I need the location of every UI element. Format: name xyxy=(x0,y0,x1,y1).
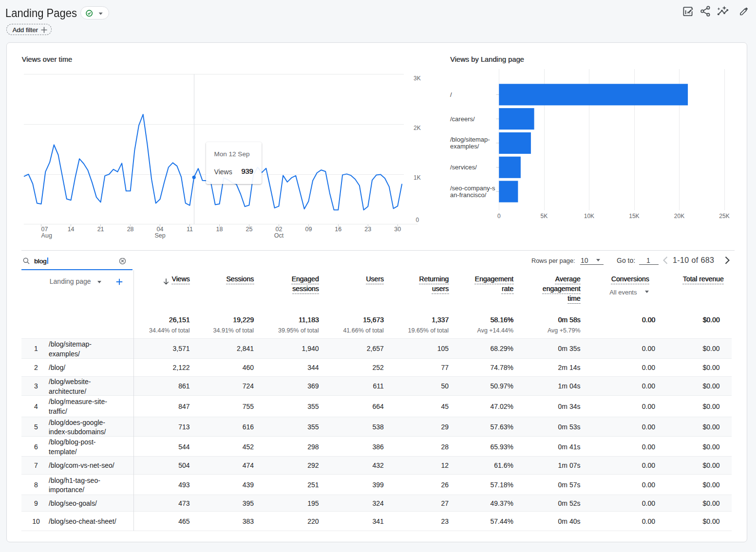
svg-text:an-francisco/: an-francisco/ xyxy=(450,191,487,199)
svg-text:16: 16 xyxy=(335,226,341,233)
svg-text:14: 14 xyxy=(68,226,75,233)
svg-text:04: 04 xyxy=(157,226,164,233)
svg-text:0: 0 xyxy=(416,217,419,223)
svg-text:Sep: Sep xyxy=(154,232,165,239)
svg-text:30: 30 xyxy=(394,226,401,233)
svg-text:0: 0 xyxy=(497,213,501,220)
svg-text:07: 07 xyxy=(41,226,48,233)
svg-text:1K: 1K xyxy=(414,174,421,181)
svg-text:02: 02 xyxy=(275,226,282,233)
svg-text:23: 23 xyxy=(364,226,371,233)
svg-text:25K: 25K xyxy=(719,213,729,220)
svg-text:/seo-company-s: /seo-company-s xyxy=(450,184,495,192)
svg-text:5K: 5K xyxy=(540,213,548,220)
svg-text:11: 11 xyxy=(187,226,193,233)
svg-text:28: 28 xyxy=(127,226,134,233)
svg-text:15K: 15K xyxy=(629,213,639,220)
svg-text:25: 25 xyxy=(246,226,252,233)
svg-text:Oct: Oct xyxy=(274,232,284,239)
svg-text:/: / xyxy=(450,91,452,98)
svg-text:/services/: /services/ xyxy=(450,164,477,171)
svg-text:2K: 2K xyxy=(414,125,421,131)
svg-text:18: 18 xyxy=(216,226,223,233)
svg-text:/blog/sitemap-: /blog/sitemap- xyxy=(450,136,490,143)
svg-text:20K: 20K xyxy=(674,213,684,220)
svg-text:/careers/: /careers/ xyxy=(450,115,475,123)
svg-text:Aug: Aug xyxy=(41,232,52,239)
svg-text:examples/: examples/ xyxy=(450,143,479,150)
svg-text:21: 21 xyxy=(97,226,104,233)
svg-text:3K: 3K xyxy=(414,75,421,82)
svg-text:10K: 10K xyxy=(584,213,594,220)
svg-text:09: 09 xyxy=(305,226,312,233)
